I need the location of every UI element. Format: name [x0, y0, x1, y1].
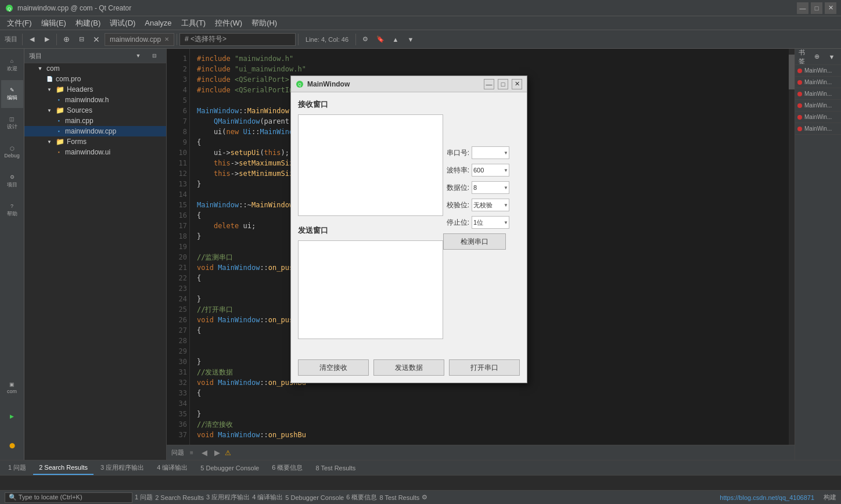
dialog-body: 接收窗口 串口号: ▼: [291, 92, 527, 355]
tree-headers-folder[interactable]: 📁 Headers: [24, 84, 166, 95]
warning-icon: ⚠: [225, 449, 231, 457]
sidebar-build[interactable]: ⬤: [1, 432, 23, 460]
sidebar-welcome[interactable]: ⌂ 欢迎: [1, 51, 23, 79]
window-title: mainwindow.cpp @ com - Qt Creator: [17, 4, 797, 12]
port-select[interactable]: [472, 146, 509, 159]
toolbar-nav-down[interactable]: ▼: [404, 33, 418, 46]
right-panel-toggle[interactable]: 书签: [795, 52, 808, 62]
tree-forms-folder[interactable]: 📁 Forms: [24, 136, 166, 147]
tree-label-mainwindowui: mainwindow.ui: [65, 148, 110, 156]
toolbar-close-file[interactable]: ✕: [89, 33, 103, 46]
baud-select[interactable]: 600: [472, 164, 509, 177]
tab-problems[interactable]: 1 问题: [2, 460, 32, 475]
right-panel-item-5[interactable]: MainWin...: [795, 111, 841, 123]
right-panel-add[interactable]: ⊕: [810, 52, 824, 62]
symbol-label: # <选择符号>: [185, 34, 227, 44]
minimize-button[interactable]: —: [797, 2, 808, 14]
sidebar-com-label: com: [7, 388, 17, 394]
toolbar-forward[interactable]: ▶: [40, 33, 54, 46]
receive-textarea[interactable]: [298, 114, 443, 216]
dialog-maximize[interactable]: □: [498, 79, 508, 89]
tab-general-messages[interactable]: 6 概要信息: [266, 460, 308, 475]
code-scrollbar[interactable]: [789, 49, 795, 445]
toolbar-split[interactable]: ⊟: [74, 33, 88, 46]
send-textarea[interactable]: [298, 240, 443, 339]
nav-problems-down[interactable]: ▶: [212, 448, 222, 458]
toolbar-back[interactable]: ◀: [25, 33, 39, 46]
toolbar-nav-up[interactable]: ▲: [389, 33, 402, 46]
scrollbar-thumb[interactable]: [789, 55, 795, 89]
file-h-icon: ▪: [55, 96, 63, 104]
bottom-content: [0, 476, 841, 490]
svg-text:Q: Q: [8, 6, 11, 12]
tree-item-compro[interactable]: 📄 com.pro: [24, 74, 166, 84]
tab-filename: mainwindow.cpp: [110, 35, 161, 44]
tab-close-icon[interactable]: ✕: [164, 36, 169, 42]
tree-item-mainwindowui[interactable]: ▪ mainwindow.ui: [24, 147, 166, 157]
tree-sources-folder[interactable]: 📁 Sources: [24, 105, 166, 116]
right-panel-item-3[interactable]: MainWin...: [795, 88, 841, 100]
tree-collapse[interactable]: ⊟: [148, 51, 161, 60]
sidebar-run[interactable]: ▶: [1, 403, 23, 431]
stop-label: 停止位:: [443, 218, 469, 228]
tab-debugger-console[interactable]: 5 Debugger Console: [195, 460, 265, 475]
red-dot-5: [797, 115, 802, 120]
send-data-button[interactable]: 发送数据: [373, 359, 444, 376]
menu-file[interactable]: 文件(F): [2, 16, 37, 30]
toolbar-settings[interactable]: ⚙: [358, 33, 372, 46]
right-panel-item-6[interactable]: MainWin...: [795, 123, 841, 135]
tab-compile-output[interactable]: 4 编译输出: [151, 460, 193, 475]
check-select[interactable]: 无校验: [472, 199, 509, 211]
tree-item-maincpp[interactable]: ▪ main.cpp: [24, 116, 166, 126]
filter-problems[interactable]: ≡: [186, 448, 197, 458]
menu-build[interactable]: 构建(B): [71, 16, 105, 30]
mainwindow-dialog: Q MainWindow — □ ✕ 接收窗口 串口号:: [290, 75, 527, 383]
nav-problems-up[interactable]: ◀: [199, 448, 210, 458]
sidebar-help[interactable]: ? 帮助: [1, 196, 23, 224]
tree-item-mainwindowh[interactable]: ▪ mainwindow.h: [24, 95, 166, 105]
right-panel-options[interactable]: ▼: [825, 52, 839, 62]
maximize-button[interactable]: □: [811, 2, 822, 14]
data-bits-row: 数据位: 8 ▼: [443, 181, 513, 194]
tab-app-output[interactable]: 3 应用程序输出: [95, 460, 150, 475]
sidebar-design[interactable]: ◫ 设计: [1, 109, 23, 137]
status-general: 6 概要信息: [346, 493, 377, 502]
sidebar-debug[interactable]: ⬡ Debug: [1, 138, 23, 166]
sidebar-edit[interactable]: ✎ 编辑: [1, 80, 23, 108]
symbol-selector[interactable]: # <选择符号>: [179, 33, 296, 46]
stop-select[interactable]: 1位: [472, 216, 509, 229]
sidebar-com[interactable]: ▣ com: [1, 374, 23, 402]
menu-debug[interactable]: 调试(D): [105, 16, 140, 30]
tab-test-results[interactable]: 8 Test Results: [310, 460, 361, 475]
data-select-wrapper: 8 ▼: [472, 181, 509, 194]
clear-receive-button[interactable]: 清空接收: [298, 359, 369, 376]
data-select[interactable]: 8: [472, 181, 509, 194]
current-file-tab[interactable]: mainwindow.cpp ✕: [105, 33, 174, 46]
status-left: 🔍 Type to locate (Ctrl+K) 1 问题 2 Search …: [5, 492, 715, 503]
toolbar-separator-5: [355, 34, 356, 45]
toolbar-bookmark[interactable]: 🔖: [373, 33, 387, 46]
right-panel-item-2[interactable]: MainWin...: [795, 77, 841, 88]
tree-root-com[interactable]: ▼ com: [24, 63, 166, 74]
arrow-down-icon: [45, 106, 53, 114]
toolbar-new[interactable]: ⊕: [59, 33, 73, 46]
dialog-close[interactable]: ✕: [512, 79, 522, 89]
menu-tools[interactable]: 工具(T): [177, 16, 211, 30]
tab-test-label: 8 Test Results: [315, 465, 355, 471]
menu-analyze[interactable]: Analyze: [140, 16, 176, 30]
menu-help[interactable]: 帮助(H): [247, 16, 282, 30]
right-panel-item-4[interactable]: MainWin...: [795, 100, 841, 111]
tree-item-mainwindowcpp[interactable]: ▪ mainwindow.cpp: [24, 126, 166, 136]
right-panel-item-1[interactable]: MainWin...: [795, 65, 841, 77]
dialog-minimize[interactable]: —: [484, 79, 494, 89]
open-port-button[interactable]: 打开串口: [449, 359, 520, 376]
menu-widget[interactable]: 控件(W): [210, 16, 247, 30]
menu-edit[interactable]: 编辑(E): [37, 16, 71, 30]
close-button[interactable]: ✕: [825, 2, 836, 14]
dialog-title: MainWindow: [307, 80, 480, 88]
tree-header: 项目 ▼ ⊟: [24, 49, 166, 63]
tab-search-results[interactable]: 2 Search Results: [33, 460, 94, 475]
detect-port-button[interactable]: 检测串口: [443, 233, 506, 250]
tree-filter[interactable]: ▼: [131, 51, 145, 60]
sidebar-project[interactable]: ⚙ 项目: [1, 167, 23, 195]
